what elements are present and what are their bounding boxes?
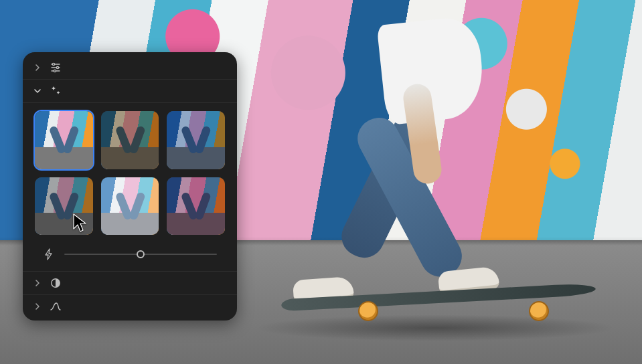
chevron-down-icon (33, 87, 42, 95)
preset-2[interactable] (101, 111, 159, 169)
contrast-icon (50, 277, 62, 289)
preset-5[interactable] (101, 177, 159, 236)
sparkle-icon (50, 85, 62, 97)
bolt-icon (43, 248, 55, 260)
slider-handle[interactable] (137, 250, 145, 258)
chevron-right-icon (33, 64, 42, 72)
preset-1[interactable] (35, 111, 93, 169)
svg-point-3 (52, 63, 54, 65)
skateboarder (288, 20, 515, 335)
chevron-right-icon (33, 279, 42, 287)
edit-panel (23, 52, 237, 321)
preset-6[interactable] (167, 177, 225, 236)
preset-3[interactable] (167, 111, 225, 169)
section-curves-header[interactable] (23, 294, 237, 318)
svg-point-5 (54, 70, 56, 72)
section-contrast-header[interactable] (23, 271, 237, 294)
slider-track[interactable] (64, 254, 217, 255)
intensity-slider[interactable] (32, 242, 228, 268)
section-adjust-header[interactable] (23, 56, 237, 79)
sliders-icon (50, 62, 62, 74)
preset-4[interactable] (35, 177, 93, 236)
preset-grid (32, 108, 228, 242)
svg-point-4 (56, 66, 58, 68)
curve-icon (50, 300, 62, 312)
section-presets-header[interactable] (23, 79, 237, 102)
section-presets-body (23, 102, 237, 271)
chevron-right-icon (33, 302, 42, 310)
